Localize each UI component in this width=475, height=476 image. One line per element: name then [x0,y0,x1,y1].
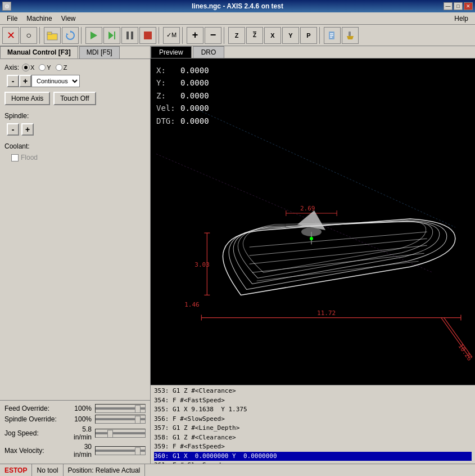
clean-btn[interactable] [342,27,359,44]
flood-label: Flood [21,154,38,161]
y-value: 0.0000 [180,77,220,89]
view-y-btn[interactable]: Y [282,27,299,44]
svg-rect-6 [114,32,115,39]
max-velocity-slider[interactable] [95,446,146,455]
tab-manual[interactable]: Manual Control [F3] [0,46,78,59]
increment-dropdown[interactable]: Continuous 0.0001 0.001 0.01 0.1 1.0 [31,75,80,87]
axis-z-option[interactable]: Z [56,64,67,71]
preview-area[interactable]: X: 0.0000 Y: 0.0000 Z: 0.0000 Vel: 0.000… [151,59,475,385]
position-text: Position: Relative Actual [68,466,141,474]
home-axis-btn[interactable]: Home Axis [4,92,50,105]
svg-marker-2 [66,33,69,35]
zoom-in-btn[interactable]: + [187,27,203,44]
menu-view[interactable]: View [57,14,80,24]
run-next-btn[interactable] [103,27,120,44]
max-velocity-value: 30 in/min [66,443,92,459]
vel-value: 0.0000 [180,102,220,114]
gcode-line-1: 354: F #<FastSpeed> [154,396,472,406]
decrement-btn[interactable]: - [7,75,19,87]
view-x-btn[interactable]: X [264,27,281,44]
axis-y-radio[interactable] [39,64,46,71]
svg-marker-5 [108,32,114,39]
menu-bar: File Machine View Help [0,12,475,25]
view-zn-btn[interactable]: Z [246,27,263,44]
increment-row: - + Continuous 0.0001 0.001 0.01 0.1 1.0 [7,75,146,87]
axis-z-label: Z [64,64,67,71]
view-p-btn[interactable]: P [300,27,317,44]
run-btn[interactable] [85,27,102,44]
svg-rect-0 [47,34,57,40]
clear-btn[interactable] [324,27,341,44]
spindle-label: Spindle: [4,112,29,120]
svg-rect-8 [131,32,133,39]
flood-checkbox[interactable] [11,154,19,161]
zoom-out-btn[interactable]: − [205,27,221,44]
toolbar-separator-4 [182,27,184,44]
view-z-btn[interactable]: Z [228,27,245,44]
tab-mdi[interactable]: MDI [F5] [79,46,120,59]
feed-override-slider[interactable] [95,404,146,413]
spindle-override-label: Spindle Override: [4,415,66,423]
pause-btn[interactable] [121,27,138,44]
preview-tabs: Preview DRO [151,46,475,59]
main-content: Manual Control [F3] MDI [F5] Axis: X Y [0,46,475,464]
z-value: 0.0000 [180,89,220,102]
control-panel: Axis: X Y Z [0,59,150,166]
dim-label-4: 11.72 [317,309,336,317]
axis-x-option[interactable]: X [22,64,34,71]
menu-help[interactable]: Help [450,14,473,24]
power-btn[interactable]: ○ [20,27,37,44]
svg-marker-4 [91,32,97,39]
jog-speed-value: 5.8 in/min [66,425,92,441]
reload-btn[interactable] [62,27,79,44]
position-section: Position: Relative Actual [64,464,146,476]
gcode-output[interactable]: 353: G1 Z #<Clearance> 354: F #<FastSpee… [151,385,475,464]
axis-z-radio[interactable] [56,64,62,71]
toolbar-separator-1 [39,27,42,44]
dro-display: X: 0.0000 Y: 0.0000 Z: 0.0000 Vel: 0.000… [156,64,220,127]
spindle-plus-btn[interactable]: + [21,123,34,136]
spindle-override-slider[interactable] [95,415,146,424]
tool-section: No tool [32,464,63,476]
close-button[interactable]: ✕ [464,2,473,10]
spindle-row: Spindle: [4,112,146,120]
axis-label: Axis: [4,64,19,71]
dim-label-2: 3.03 [194,261,210,268]
toolbar-separator-6 [319,27,322,44]
svg-rect-1 [47,32,52,34]
window-icon: ⚙ [2,2,11,11]
menu-file[interactable]: File [2,14,22,24]
x-value: 0.0000 [180,64,220,77]
spindle-minus-btn[interactable]: - [7,123,19,136]
svg-rect-9 [144,32,152,39]
svg-rect-7 [126,32,129,39]
axis-y-option[interactable]: Y [39,64,51,71]
dim-label-1: 2.69 [300,205,315,212]
menu-machine[interactable]: Machine [22,14,56,24]
gcode-line-3: 356: F #<SlowSpeed> [154,415,472,424]
max-velocity-label: Max Velocity: [4,447,66,455]
gcode-line-5: 358: G1 Z #<Clearance> [154,433,472,443]
toolbar: ✕ ○ ✓M + − Z Z X Y P [0,25,475,46]
stop-btn[interactable] [139,27,156,44]
x-label: X: [156,64,176,77]
axis-radio-group: X Y Z [22,64,67,71]
gcode-line-6: 359: F #<FastSpeed> [154,442,472,452]
touch-off-btn[interactable]: Touch Off [53,92,96,105]
spindle-override-row: Spindle Override: 100% [4,415,146,424]
increment-btn[interactable]: + [19,75,31,87]
window-title: lines.ngc - AXIS 2.4.6 on test [0,2,475,10]
tab-preview[interactable]: Preview [151,46,192,58]
gcode-line-7: 360: G1 X 0.0000000 Y 0.0000000 [154,452,472,461]
open-btn[interactable] [44,27,61,44]
title-bar: ⚙ lines.ngc - AXIS 2.4.6 on test — □ ✕ [0,0,475,12]
action-buttons: Home Axis Touch Off [4,92,146,105]
verify-btn[interactable]: ✓M [163,27,180,44]
maximize-button[interactable]: □ [454,2,463,10]
axis-x-radio[interactable] [22,64,29,71]
minimize-button[interactable]: — [444,2,453,10]
estop-btn[interactable]: ✕ [2,27,19,44]
tab-dro[interactable]: DRO [193,46,225,58]
jog-speed-slider[interactable] [95,429,146,438]
right-panel: Preview DRO X: 0.0000 Y: 0.0000 Z: 0.000… [151,46,475,464]
